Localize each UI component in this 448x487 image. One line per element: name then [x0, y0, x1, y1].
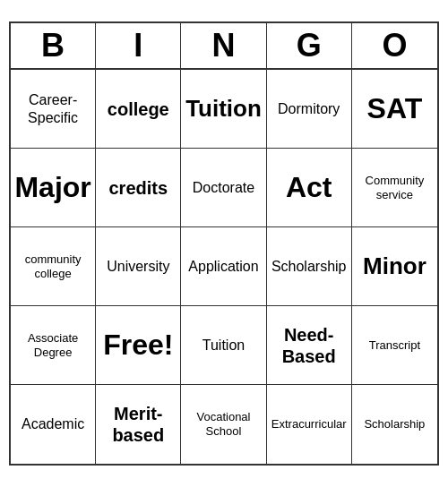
cell-r2-c2: Application — [181, 227, 266, 306]
cell-text: credits — [108, 177, 168, 199]
cell-text: Community service — [356, 174, 434, 201]
header-letter: I — [96, 23, 181, 68]
cell-r4-c0: Academic — [11, 385, 96, 464]
cell-text: Free! — [103, 328, 173, 362]
cell-text: Career-Specific — [14, 91, 91, 125]
cell-text: Minor — [363, 252, 426, 280]
cell-r0-c2: Tuition — [181, 70, 266, 149]
cell-r1-c1: credits — [96, 149, 181, 227]
cell-text: Tuition — [185, 95, 262, 123]
cell-r0-c3: Dormitory — [267, 70, 352, 149]
header-letter: O — [352, 23, 437, 68]
cell-r4-c4: Scholarship — [352, 385, 437, 464]
cell-r2-c0: community college — [11, 227, 96, 306]
cell-r4-c2: Vocational School — [181, 385, 266, 464]
cell-r0-c0: Career-Specific — [11, 70, 96, 149]
cell-text: Extracurricular — [271, 417, 347, 431]
cell-text: Scholarship — [364, 417, 425, 431]
cell-r2-c1: University — [96, 227, 181, 306]
cell-text: college — [108, 98, 169, 120]
cell-r3-c0: Associate Degree — [11, 306, 96, 385]
cell-r1-c4: Community service — [352, 149, 437, 227]
cell-r1-c3: Act — [267, 149, 352, 227]
cell-text: Academic — [22, 415, 84, 432]
cell-text: Need-Based — [271, 324, 348, 367]
header-letter: B — [11, 23, 96, 68]
cell-r0-c1: college — [96, 70, 181, 149]
cell-r3-c3: Need-Based — [267, 306, 352, 385]
cell-text: Act — [286, 170, 332, 204]
cell-text: University — [107, 258, 169, 275]
cell-r0-c4: SAT — [352, 70, 437, 149]
cell-text: Scholarship — [271, 258, 347, 275]
header-letter: N — [181, 23, 266, 68]
cell-text: community college — [14, 252, 91, 280]
header-letter: G — [267, 23, 352, 68]
bingo-card: BINGO Career-SpecificcollegeTuitionDormi… — [9, 21, 439, 466]
cell-r4-c3: Extracurricular — [267, 385, 352, 464]
cell-text: Tuition — [202, 337, 245, 354]
cell-r3-c1: Free! — [96, 306, 181, 385]
cell-text: Transcript — [369, 338, 420, 353]
cell-r2-c4: Minor — [352, 227, 437, 306]
cell-text: Vocational School — [185, 410, 262, 438]
cell-text: Application — [188, 258, 258, 275]
cell-text: SAT — [367, 91, 423, 125]
cell-r3-c4: Transcript — [352, 306, 437, 385]
cell-text: Major — [14, 170, 90, 204]
cell-r4-c1: Merit-based — [96, 385, 181, 464]
cell-r3-c2: Tuition — [181, 306, 266, 385]
cell-text: Associate Degree — [14, 331, 91, 359]
bingo-header: BINGO — [11, 23, 437, 70]
cell-r1-c2: Doctorate — [181, 149, 266, 227]
cell-text: Merit-based — [99, 403, 177, 446]
cell-text: Dormitory — [278, 100, 340, 117]
cell-text: Doctorate — [193, 179, 254, 196]
cell-r1-c0: Major — [11, 149, 96, 227]
bingo-grid: Career-SpecificcollegeTuitionDormitorySA… — [11, 70, 437, 464]
cell-r2-c3: Scholarship — [267, 227, 352, 306]
